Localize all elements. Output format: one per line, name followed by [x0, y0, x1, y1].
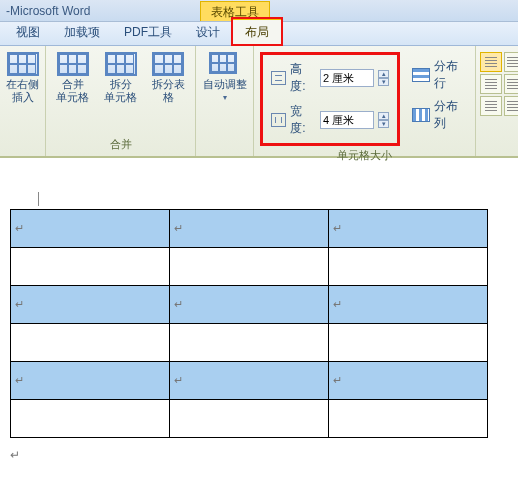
row-height-icon: [271, 71, 286, 85]
merge-cells-button[interactable]: 合并 单元格: [52, 50, 94, 104]
split-cells-button[interactable]: 拆分 单元格: [100, 50, 142, 104]
table-row[interactable]: ↵ ↵ ↵: [11, 286, 488, 324]
table-cell[interactable]: ↵: [170, 286, 329, 324]
paragraph-mark: ↵: [10, 448, 512, 463]
table-row[interactable]: [11, 324, 488, 362]
align-top-center-button[interactable]: [504, 52, 518, 72]
tab-addins[interactable]: 加载项: [52, 20, 112, 45]
table-cell[interactable]: ↵: [170, 362, 329, 400]
align-bot-left-button[interactable]: [480, 96, 502, 116]
insert-right-button[interactable]: 在右侧插入: [6, 50, 39, 104]
cell-mark-icon: ↵: [333, 298, 342, 310]
table-cell[interactable]: [329, 248, 488, 286]
group-cell-size-label: 单元格大小: [260, 146, 469, 167]
cell-mark-icon: ↵: [174, 222, 183, 234]
document-area[interactable]: ↵ ↵ ↵ ↵ ↵ ↵ ↵ ↵ ↵ ↵: [0, 158, 518, 463]
table-cell[interactable]: ↵: [11, 362, 170, 400]
col-width-spinner[interactable]: ▴▾: [378, 112, 389, 128]
tab-layout[interactable]: 布局: [232, 18, 282, 45]
group-label-empty: [6, 138, 39, 156]
row-height-spinner[interactable]: ▴▾: [378, 70, 389, 86]
table-cell[interactable]: [329, 324, 488, 362]
align-lines-icon: [507, 79, 518, 89]
table-row[interactable]: [11, 248, 488, 286]
align-mid-center-button[interactable]: [504, 74, 518, 94]
split-table-button[interactable]: 拆分表格: [147, 50, 189, 104]
table-cell[interactable]: ↵: [11, 210, 170, 248]
cell-mark-icon: ↵: [174, 374, 183, 386]
distribute-buttons: 分布行 分布列: [412, 58, 469, 132]
table-cell[interactable]: [170, 324, 329, 362]
table-cell[interactable]: ↵: [11, 286, 170, 324]
col-width-row: 宽度: ▴▾: [271, 103, 389, 137]
row-height-row: 高度: ▴▾: [271, 61, 389, 95]
distribute-cols-label: 分布列: [434, 98, 469, 132]
cell-size-highlight-box: 高度: ▴▾ 宽度: ▴▾: [260, 52, 400, 146]
cell-mark-icon: ↵: [15, 374, 24, 386]
para-mark-icon: ↵: [10, 448, 20, 462]
distribute-rows-button[interactable]: 分布行: [412, 58, 469, 92]
group-autofit-spacer: [202, 138, 247, 156]
tab-view[interactable]: 视图: [4, 20, 52, 45]
tab-design[interactable]: 设计: [184, 20, 232, 45]
table-cell[interactable]: ↵: [170, 210, 329, 248]
distribute-rows-label: 分布行: [434, 58, 469, 92]
group-rows-cols-partial: 在右侧插入: [0, 46, 46, 156]
ribbon: 在右侧插入 合并 单元格 拆分 单元格 拆分表格 合并: [0, 46, 518, 158]
insert-right-label: 在右侧插入: [6, 78, 39, 104]
group-cell-size: 高度: ▴▾ 宽度: ▴▾ 分布行 分布列: [254, 46, 476, 156]
distribute-cols-icon: [412, 108, 430, 122]
cell-mark-icon: ↵: [174, 298, 183, 310]
cell-mark-icon: ↵: [15, 298, 24, 310]
table-icon: [7, 52, 39, 76]
autofit-icon: [209, 52, 241, 76]
dropdown-arrow-icon: ▾: [223, 93, 227, 102]
align-lines-icon: [507, 101, 518, 111]
merge-cells-icon: [57, 52, 89, 76]
align-top-left-button[interactable]: [480, 52, 502, 72]
document-table[interactable]: ↵ ↵ ↵ ↵ ↵ ↵ ↵ ↵ ↵: [10, 209, 488, 438]
row-height-label: 高度:: [290, 61, 316, 95]
col-width-label: 宽度:: [290, 103, 316, 137]
spin-up-icon[interactable]: ▴: [378, 112, 389, 120]
merge-cells-label: 合并 单元格: [56, 78, 89, 104]
table-cell[interactable]: [170, 400, 329, 438]
group-merge-label: 合并: [52, 135, 189, 156]
row-height-input[interactable]: [320, 69, 374, 87]
cell-mark-icon: ↵: [15, 222, 24, 234]
table-cell[interactable]: ↵: [329, 210, 488, 248]
align-lines-icon: [485, 57, 497, 67]
col-width-icon: [271, 113, 286, 127]
table-cell[interactable]: ↵: [329, 286, 488, 324]
table-cell[interactable]: [11, 248, 170, 286]
ribbon-tabs: 视图 加载项 PDF工具 设计 布局: [0, 22, 518, 46]
table-cell[interactable]: [329, 400, 488, 438]
spin-down-icon[interactable]: ▾: [378, 78, 389, 86]
distribute-rows-icon: [412, 68, 430, 82]
tab-pdftools[interactable]: PDF工具: [112, 20, 184, 45]
cell-mark-icon: ↵: [333, 222, 342, 234]
split-table-icon: [152, 52, 184, 76]
align-bot-center-button[interactable]: [504, 96, 518, 116]
cell-mark-icon: ↵: [333, 374, 342, 386]
table-cell[interactable]: [170, 248, 329, 286]
autofit-label: 自动调整: [203, 78, 247, 91]
spin-up-icon[interactable]: ▴: [378, 70, 389, 78]
group-autofit: 自动调整 ▾: [196, 46, 254, 156]
table-row[interactable]: ↵ ↵ ↵: [11, 362, 488, 400]
table-row[interactable]: [11, 400, 488, 438]
table-cell[interactable]: ↵: [329, 362, 488, 400]
distribute-cols-button[interactable]: 分布列: [412, 98, 469, 132]
table-row[interactable]: ↵ ↵ ↵: [11, 210, 488, 248]
table-cell[interactable]: [11, 324, 170, 362]
split-table-label: 拆分表格: [147, 78, 189, 104]
autofit-button[interactable]: 自动调整 ▾: [203, 50, 247, 102]
split-cells-label: 拆分 单元格: [104, 78, 137, 104]
col-width-input[interactable]: [320, 111, 374, 129]
align-mid-left-button[interactable]: [480, 74, 502, 94]
group-align-spacer: [480, 138, 514, 156]
align-lines-icon: [507, 57, 518, 67]
spin-down-icon[interactable]: ▾: [378, 120, 389, 128]
group-alignment-partial: [476, 46, 518, 156]
table-cell[interactable]: [11, 400, 170, 438]
